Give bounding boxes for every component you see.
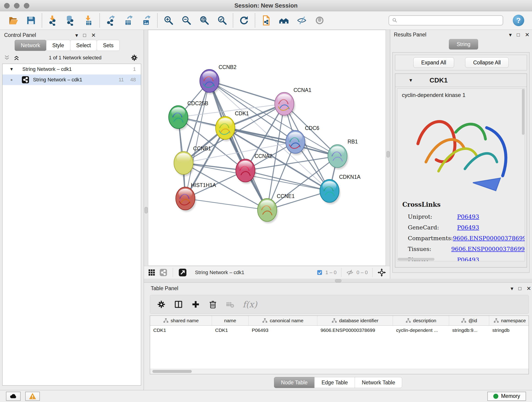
table-cell[interactable]: cyclin-dependent ... [393,326,449,335]
table-cell[interactable]: CDK1 [212,326,249,335]
network-options-gear-icon[interactable] [131,54,138,61]
column-header--id[interactable]: @id [449,316,489,325]
tab-sets[interactable]: Sets [97,40,120,51]
show-columns-icon[interactable] [174,300,183,309]
network-node-CCNB1[interactable]: CCNB1 [174,146,211,176]
column-header-name[interactable]: name [212,316,249,325]
expand-all-button[interactable]: Expand All [413,57,454,68]
save-session-button[interactable] [23,13,38,27]
network-edge[interactable] [185,198,267,210]
tab-select[interactable]: Select [70,40,97,51]
tab-network[interactable]: Network [15,40,46,51]
birdseye-grid-icon[interactable] [147,268,156,277]
results-panel-float-icon[interactable]: □ [517,32,520,37]
network-tree-root-row[interactable]: ▼ String Network – cdk1 1 [2,64,141,75]
zoom-in-button[interactable] [161,13,176,27]
network-node-CCNB2[interactable]: CCNB2 [200,64,236,94]
column-header-shared-name[interactable]: shared name [150,316,212,325]
section-collapse-icon[interactable]: ▼ [409,78,413,83]
left-splitter-handle[interactable] [145,207,148,213]
network-node-HIST1H1A[interactable]: HIST1H1A [176,182,216,212]
import-network-database-button[interactable] [63,13,78,27]
table-cell[interactable]: stringdb [489,326,529,335]
warning-icon[interactable] [25,392,40,401]
table-hscroll-thumb[interactable] [152,370,192,373]
network-node-RB1[interactable]: RB1 [328,139,358,169]
results-panel-menu-icon[interactable]: ▾ [509,32,512,38]
zoom-fit-button[interactable] [196,13,212,27]
open-session-button[interactable] [6,13,21,27]
birdseye-crosshair-icon[interactable] [377,268,386,277]
network-tree-child-row[interactable]: ● String Network – cdk1 11 48 [2,75,141,85]
column-header-canonical-name[interactable]: canonical name [249,316,317,325]
right-splitter-handle[interactable] [386,151,390,157]
control-panel-menu-icon[interactable]: ▾ [75,32,78,38]
table-settings-gear-icon[interactable] [157,300,166,309]
table-panel-close-icon[interactable]: ✕ [526,286,531,291]
column-header-namespace[interactable]: namespace [489,316,529,325]
export-image-button[interactable] [139,13,154,27]
refresh-network-button[interactable] [236,13,252,27]
table-cell[interactable]: CDK1 [150,326,212,335]
tree-expand-icon[interactable]: ▼ [9,67,14,72]
table-hscrollbar[interactable] [150,369,529,374]
gene-section-header[interactable]: ▼ CDK1 [395,74,527,87]
network-canvas[interactable]: CCNB2CCNA1CDC25BCDK1CDC6RB1CCNB1CCNA2CDK… [148,30,386,266]
import-table-file-button[interactable] [81,13,96,27]
tab-edge-table[interactable]: Edge Table [314,377,355,388]
crosslink-link[interactable]: 9606.ENSP00000378699 [453,235,525,242]
add-column-icon[interactable] [191,300,200,309]
expand-all-icon[interactable] [13,55,20,61]
collapse-all-button[interactable]: Collapse All [465,57,509,68]
camera-lens-button[interactable] [312,13,327,27]
delete-column-icon[interactable] [208,300,217,309]
horizontal-splitter[interactable] [144,279,532,282]
network-node-CDKN1A[interactable]: CDKN1A [320,174,361,204]
table-cell[interactable]: 9606.ENSP00000378699 [317,326,393,335]
import-network-file-button[interactable] [45,13,60,27]
cloud-icon[interactable] [6,392,21,401]
tab-network-table[interactable]: Network Table [355,377,402,388]
share-document-button[interactable] [259,13,273,27]
crosslink-link[interactable]: P06493 [457,213,479,220]
results-panel-close-icon[interactable]: ✕ [525,32,530,38]
crosslink-link[interactable]: P06493 [457,256,479,261]
crosslink-link[interactable]: 9606.ENSP00000378699 [451,246,525,252]
table-cell[interactable]: stringdb:9... [449,326,489,335]
selected-checkbox-icon[interactable] [317,269,323,275]
help-button[interactable]: ? [513,15,524,26]
table-panel-float-icon[interactable]: □ [519,286,521,291]
export-network-button[interactable] [103,13,118,27]
crosslink-link[interactable]: P06493 [457,224,479,231]
zoom-selected-button[interactable] [215,13,230,27]
column-header-description[interactable]: description [393,316,449,325]
control-panel-close-icon[interactable]: ✕ [91,32,96,38]
table-panel-menu-icon[interactable]: ▾ [511,286,513,291]
tab-string[interactable]: String [449,39,478,50]
network-edge[interactable] [209,81,284,104]
open-in-new-window-icon[interactable] [178,268,187,277]
tab-style[interactable]: Style [46,40,70,51]
results-hscroll-thumb[interactable] [398,258,434,261]
memory-button[interactable]: Memory [487,392,526,401]
collapse-all-icon[interactable] [4,55,10,61]
left-splitter[interactable] [144,30,148,266]
network-node-CCNA1[interactable]: CCNA1 [275,87,311,117]
string-visibility-button[interactable] [294,13,309,27]
search-input[interactable] [399,17,500,24]
network-share-icon[interactable] [159,268,168,277]
right-splitter[interactable] [386,30,390,266]
network-edge[interactable] [185,81,209,198]
column-header-database-identifier[interactable]: database identifier [317,316,393,325]
network-node-CCNE1[interactable]: CCNE1 [258,193,295,223]
horizontal-splitter-handle[interactable] [335,279,341,282]
string-home-button[interactable] [276,13,291,27]
table-cell[interactable]: P06493 [249,326,317,335]
export-table-button[interactable] [121,13,136,27]
control-panel-float-icon[interactable]: □ [83,33,86,38]
results-vscroll-thumb[interactable] [522,89,525,135]
network-edge[interactable] [209,81,267,210]
tab-node-table[interactable]: Node Table [274,377,315,388]
zoom-out-button[interactable] [179,13,194,27]
table-row[interactable]: CDK1CDK1P064939606.ENSP00000378699cyclin… [150,326,529,335]
